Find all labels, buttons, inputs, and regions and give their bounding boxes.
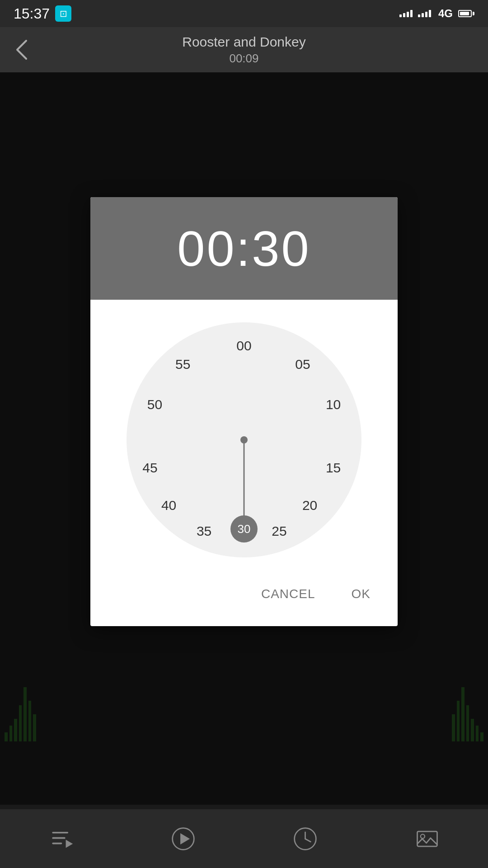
playlist-icon [49, 826, 74, 851]
clock-face[interactable]: 00 05 10 15 20 25 35 40 45 [127, 322, 361, 557]
screenshot-icon [55, 5, 71, 22]
svg-marker-5 [181, 834, 189, 844]
clock-num-05[interactable]: 05 [295, 357, 310, 372]
svg-point-10 [420, 834, 424, 838]
nav-title: Rooster and Donkey [182, 34, 306, 50]
signal-bars-2 [418, 10, 431, 17]
timer-display: 00:30 [108, 220, 380, 277]
play-icon [171, 826, 196, 851]
dialog-overlay: 00:30 00 05 10 15 20 25 [0, 72, 488, 805]
clock-num-40[interactable]: 40 [161, 498, 176, 513]
dialog: 00:30 00 05 10 15 20 25 [90, 197, 398, 626]
clock-num-00[interactable]: 00 [236, 338, 251, 354]
clock-num-15[interactable]: 15 [326, 460, 341, 476]
dialog-header: 00:30 [90, 197, 398, 300]
clock-selected-dot[interactable]: 30 [230, 515, 258, 542]
bottom-nav-gallery[interactable] [404, 821, 450, 857]
clock-container[interactable]: 00 05 10 15 20 25 35 40 45 [90, 300, 398, 571]
cancel-button[interactable]: CANCEL [252, 580, 324, 608]
clock-icon [293, 826, 318, 851]
status-time: 15:37 [14, 5, 50, 22]
clock-num-50[interactable]: 50 [147, 397, 162, 412]
battery-indicator [458, 10, 474, 17]
status-icons: 4G [399, 7, 474, 20]
nav-bar: Rooster and Donkey 00:09 [0, 27, 488, 72]
clock-num-20[interactable]: 20 [302, 498, 317, 513]
clock-num-25[interactable]: 25 [272, 524, 286, 539]
main-content: 00:30 00 05 10 15 20 25 [0, 72, 488, 805]
gallery-icon [415, 826, 440, 851]
nav-subtitle: 00:09 [182, 52, 306, 66]
bottom-nav-clock[interactable] [282, 821, 328, 857]
svg-rect-9 [417, 831, 437, 846]
clock-num-45[interactable]: 45 [142, 460, 157, 476]
clock-num-10[interactable]: 10 [326, 397, 341, 412]
ok-button[interactable]: OK [343, 580, 380, 608]
svg-marker-3 [66, 840, 72, 847]
status-bar: 15:37 4G [0, 0, 488, 27]
signal-bars-1 [399, 10, 413, 17]
clock-selected-value: 30 [238, 522, 251, 536]
dialog-buttons: CANCEL OK [90, 571, 398, 626]
svg-line-8 [305, 839, 310, 841]
back-button[interactable] [14, 38, 30, 61]
bottom-nav-playlist[interactable] [38, 821, 84, 857]
network-label: 4G [438, 7, 453, 20]
nav-title-container: Rooster and Donkey 00:09 [182, 34, 306, 66]
clock-num-35[interactable]: 35 [197, 524, 211, 539]
bottom-nav-play[interactable] [160, 821, 206, 857]
bottom-bar [0, 809, 488, 868]
clock-hand [244, 440, 245, 524]
clock-num-55[interactable]: 55 [175, 357, 190, 372]
